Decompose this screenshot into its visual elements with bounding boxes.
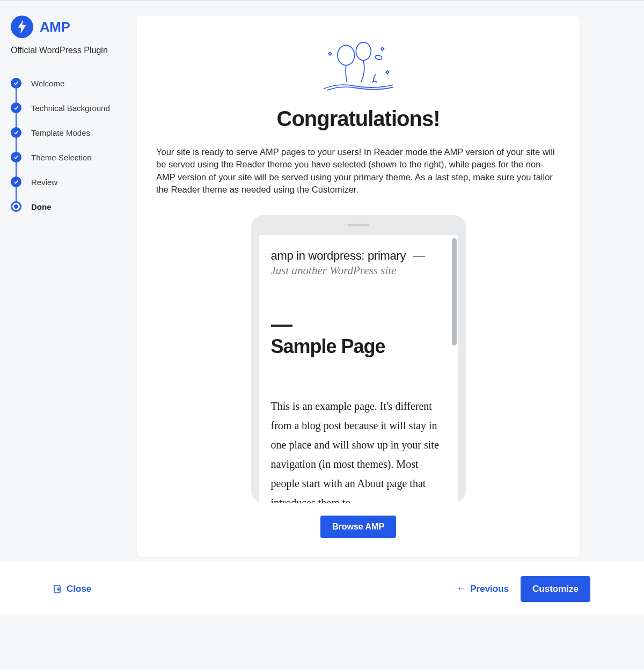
scrollbar[interactable] <box>452 238 457 345</box>
step-label: Welcome <box>31 79 64 88</box>
check-icon <box>11 78 21 89</box>
menu-icon[interactable] <box>413 256 425 257</box>
step-template-modes[interactable]: Template Modes <box>11 120 126 145</box>
preview-page-title: Sample Page <box>271 335 446 358</box>
check-icon <box>11 152 21 163</box>
step-label: Review <box>31 178 57 187</box>
preview-viewport[interactable]: amp in wordpress: primary Just another W… <box>259 235 458 503</box>
preview-site-title: amp in wordpress: primary <box>271 249 406 263</box>
celebration-illustration-icon <box>318 41 399 96</box>
preview-content: amp in wordpress: primary Just another W… <box>259 235 458 503</box>
sidebar-divider <box>11 63 126 63</box>
previous-button-label: Previous <box>470 584 509 594</box>
close-button-label: Close <box>67 584 91 594</box>
current-step-icon <box>11 201 21 212</box>
close-button[interactable]: Close <box>54 584 91 594</box>
svg-point-0 <box>337 45 354 65</box>
sidebar: AMP Official WordPress Plugin Welcome Te… <box>0 1 137 557</box>
amp-logo-icon <box>11 16 33 38</box>
main-layout: AMP Official WordPress Plugin Welcome Te… <box>0 1 644 557</box>
wizard-steps: Welcome Technical Background Template Mo… <box>11 71 126 219</box>
svg-point-1 <box>356 42 371 61</box>
customize-button[interactable]: Customize <box>521 576 590 602</box>
page-title: Congratulations! <box>277 107 440 131</box>
lightning-icon <box>17 20 27 34</box>
step-label: Template Modes <box>31 128 90 137</box>
check-icon <box>11 127 21 138</box>
step-label: Technical Background <box>31 104 110 113</box>
step-technical-background[interactable]: Technical Background <box>11 95 126 120</box>
previous-button[interactable]: ← Previous <box>456 583 509 594</box>
phone-speaker <box>348 224 369 226</box>
check-icon <box>11 102 21 113</box>
footer-right-group: ← Previous Customize <box>456 576 590 602</box>
brand-name: AMP <box>40 19 70 35</box>
step-label: Theme Selection <box>31 153 92 162</box>
browse-amp-button[interactable]: Browse AMP <box>320 516 396 538</box>
arrow-left-icon: ← <box>456 583 466 594</box>
preview-divider <box>271 325 292 327</box>
step-theme-selection[interactable]: Theme Selection <box>11 145 126 170</box>
preview-page-body: This is an example page. It's different … <box>271 396 446 503</box>
check-icon <box>11 177 21 187</box>
step-done[interactable]: Done <box>11 194 126 219</box>
preview-header: amp in wordpress: primary <box>271 249 446 263</box>
wizard-footer: Close ← Previous Customize <box>0 562 644 615</box>
step-welcome[interactable]: Welcome <box>11 71 126 95</box>
exit-icon <box>54 585 62 593</box>
main-content-card: Congratulations! Your site is ready to s… <box>137 16 580 557</box>
step-label: Done <box>31 202 52 211</box>
preview-tagline: Just another WordPress site <box>271 264 446 277</box>
mobile-preview-frame: amp in wordpress: primary Just another W… <box>251 215 466 503</box>
brand-subtitle: Official WordPress Plugin <box>11 46 126 55</box>
brand-row: AMP <box>11 16 126 38</box>
page-description: Your site is ready to serve AMP pages to… <box>156 146 560 195</box>
step-review[interactable]: Review <box>11 170 126 194</box>
